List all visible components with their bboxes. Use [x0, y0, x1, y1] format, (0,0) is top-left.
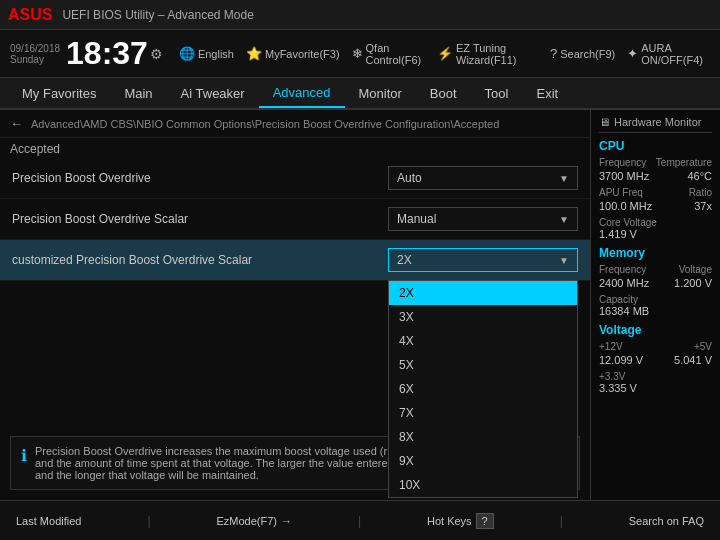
globe-icon: 🌐 [179, 46, 195, 61]
hw-mem-voltage-label: Voltage [679, 264, 712, 275]
hw-mem-freq-label: Frequency [599, 264, 646, 275]
myfavorite-button[interactable]: ⭐ MyFavorite(F3) [246, 46, 340, 61]
dropdown-option-9x[interactable]: 9X [389, 449, 577, 473]
asus-logo: ASUS [8, 6, 52, 24]
time-display: 18:37 [66, 35, 148, 72]
hw-v12-row-label: +12V +5V [599, 341, 712, 352]
tab-tool[interactable]: Tool [471, 78, 523, 108]
day-display: Sunday [10, 54, 60, 65]
lightning-icon: ⚡ [437, 46, 453, 61]
last-modified-label: Last Modified [16, 515, 81, 527]
english-button[interactable]: 🌐 English [179, 46, 234, 61]
dropdown-list: 2X 3X 4X 5X 6X 7X 8X 9X 10X [388, 280, 578, 498]
hw-cpu-temp-value: 46°C [687, 170, 712, 182]
fan-icon: ❄ [352, 46, 363, 61]
hw-mem-voltage-value: 1.200 V [674, 277, 712, 289]
info-icon: ℹ [21, 446, 27, 465]
hw-core-voltage-label: Core Voltage [599, 217, 712, 228]
hw-mem-freq-row-val: 2400 MHz 1.200 V [599, 277, 712, 292]
gear-icon[interactable]: ⚙ [150, 46, 163, 62]
hw-v12-label: +12V [599, 341, 623, 352]
hw-mem-freq-value: 2400 MHz [599, 277, 649, 289]
tab-main[interactable]: Main [110, 78, 166, 108]
ezmode-button[interactable]: EzMode(F7) → [216, 515, 292, 527]
top-bar: ASUS UEFI BIOS Utility – Advanced Mode [0, 0, 720, 30]
hw-ratio-label: Ratio [689, 187, 712, 198]
question-icon: ? [550, 46, 557, 61]
hotkeys-label: Hot Keys [427, 515, 472, 527]
setting-row-pbo-scalar: Precision Boost Overdrive Scalar Manual … [0, 199, 590, 240]
tab-exit[interactable]: Exit [522, 78, 572, 108]
search-button[interactable]: ? Search(F9) [550, 46, 615, 61]
star-icon: ⭐ [246, 46, 262, 61]
dropdown-option-10x[interactable]: 10X [389, 473, 577, 497]
tab-favorites[interactable]: My Favorites [8, 78, 110, 108]
ezmode-label: EzMode(F7) [216, 515, 277, 527]
tab-monitor[interactable]: Monitor [345, 78, 416, 108]
hw-v33-value: 3.335 V [599, 382, 712, 394]
hw-mem-freq-row-label: Frequency Voltage [599, 264, 712, 275]
bottom-bar: Last Modified | EzMode(F7) → | Hot Keys … [0, 500, 720, 540]
pbo-scalar-value: Manual [397, 212, 436, 226]
eztuning-button[interactable]: ⚡ EZ Tuning Wizard(F11) [437, 42, 538, 66]
hw-v12-value: 12.099 V [599, 354, 643, 366]
tab-advanced[interactable]: Advanced [259, 78, 345, 108]
hw-voltage-title: Voltage [599, 323, 712, 337]
pbo-arrow: ▼ [559, 173, 569, 184]
search-faq-button[interactable]: Search on FAQ [629, 515, 704, 527]
dropdown-option-4x[interactable]: 4X [389, 329, 577, 353]
hw-cpu-title: CPU [599, 139, 712, 153]
tab-ai-tweaker[interactable]: Ai Tweaker [167, 78, 259, 108]
nav-bar: My Favorites Main Ai Tweaker Advanced Mo… [0, 78, 720, 110]
hw-mem-capacity-value: 16384 MB [599, 305, 712, 317]
hotkeys-button[interactable]: Hot Keys ? [427, 513, 494, 529]
hw-apu-freq-value: 100.0 MHz [599, 200, 652, 212]
qfan-button[interactable]: ❄ Qfan Control(F6) [352, 42, 425, 66]
pbo-scalar-label: Precision Boost Overdrive Scalar [12, 212, 388, 226]
hw-monitor-title: 🖥 Hardware Monitor [599, 116, 712, 133]
date-block: 09/16/2018 Sunday [10, 43, 60, 65]
dropdown-option-5x[interactable]: 5X [389, 353, 577, 377]
hw-apu-row-val: 100.0 MHz 37x [599, 200, 712, 215]
back-button[interactable]: ← [10, 116, 23, 131]
pbo-scalar-dropdown[interactable]: Manual ▼ [388, 207, 578, 231]
dropdown-option-3x[interactable]: 3X [389, 305, 577, 329]
date-display: 09/16/2018 [10, 43, 60, 54]
setting-row-custom-scalar: customized Precision Boost Overdrive Sca… [0, 240, 590, 281]
ezmode-arrow-icon: → [281, 515, 292, 527]
hotkeys-key: ? [476, 513, 494, 529]
dropdown-option-8x[interactable]: 8X [389, 425, 577, 449]
left-panel: ← Advanced\AMD CBS\NBIO Common Options\P… [0, 110, 590, 500]
hw-cpu-temp-label: Temperature [656, 157, 712, 168]
dropdown-option-7x[interactable]: 7X [389, 401, 577, 425]
section-label: Accepted [0, 138, 590, 158]
dropdown-option-2x[interactable]: 2X [389, 281, 577, 305]
breadcrumb: ← Advanced\AMD CBS\NBIO Common Options\P… [0, 110, 590, 138]
hw-v12-row-val: 12.099 V 5.041 V [599, 354, 712, 369]
pbo-dropdown[interactable]: Auto ▼ [388, 166, 578, 190]
custom-scalar-label: customized Precision Boost Overdrive Sca… [12, 253, 388, 267]
tab-boot[interactable]: Boot [416, 78, 471, 108]
custom-scalar-arrow: ▼ [559, 255, 569, 266]
hw-apu-freq-label: APU Freq [599, 187, 643, 198]
app-title: UEFI BIOS Utility – Advanced Mode [62, 8, 253, 22]
datetime-bar: 09/16/2018 Sunday 18:37 ⚙ 🌐 English ⭐ My… [0, 30, 720, 78]
hw-v5-label: +5V [694, 341, 712, 352]
breadcrumb-path: Advanced\AMD CBS\NBIO Common Options\Pre… [31, 118, 499, 130]
pbo-value: Auto [397, 171, 422, 185]
hw-ratio-value: 37x [694, 200, 712, 212]
custom-scalar-dropdown[interactable]: 2X ▼ [388, 248, 578, 272]
hw-cpu-freq-value: 3700 MHz [599, 170, 649, 182]
pbo-label: Precision Boost Overdrive [12, 171, 388, 185]
hw-cpu-freq-val-row: 3700 MHz 46°C [599, 170, 712, 185]
hardware-monitor-panel: 🖥 Hardware Monitor CPU Frequency Tempera… [590, 110, 720, 500]
dropdown-option-6x[interactable]: 6X [389, 377, 577, 401]
hw-cpu-freq-label: Frequency [599, 157, 646, 168]
hw-mem-capacity-label: Capacity [599, 294, 712, 305]
hw-core-voltage-value: 1.419 V [599, 228, 712, 240]
aura-button[interactable]: ✦ AURA ON/OFF(F4) [627, 42, 710, 66]
pbo-scalar-arrow: ▼ [559, 214, 569, 225]
top-icons-bar: 🌐 English ⭐ MyFavorite(F3) ❄ Qfan Contro… [179, 42, 710, 66]
aura-icon: ✦ [627, 46, 638, 61]
setting-row-pbo: Precision Boost Overdrive Auto ▼ [0, 158, 590, 199]
